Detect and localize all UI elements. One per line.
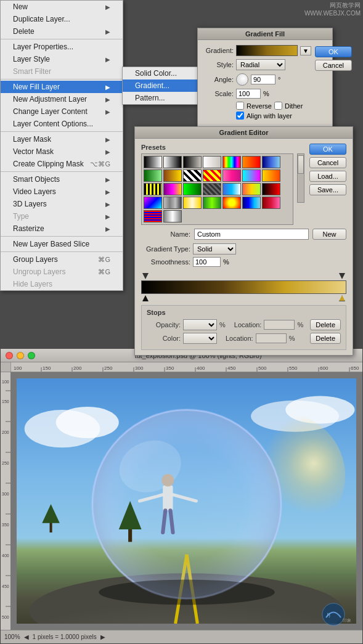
menu-item-3d-layers[interactable]: 3D Layers bbox=[1, 198, 123, 210]
gradient-fill-cancel-button[interactable]: Cancel bbox=[315, 60, 352, 71]
reverse-label: Reverse bbox=[247, 102, 272, 110]
preset-9[interactable] bbox=[163, 169, 182, 182]
menu-item-new-fill[interactable]: New Fill Layer bbox=[1, 81, 123, 93]
preset-3[interactable] bbox=[183, 156, 202, 168]
preset-6[interactable] bbox=[242, 156, 261, 168]
menu-item-layer-style[interactable]: Layer Style bbox=[1, 53, 123, 65]
watermark-line1: 网页教学网 bbox=[304, 1, 361, 10]
color-stop-right[interactable] bbox=[339, 295, 345, 301]
scale-input[interactable] bbox=[236, 89, 261, 99]
presets-label: Presets bbox=[141, 144, 304, 151]
ps-close-button[interactable] bbox=[6, 352, 13, 359]
preset-25[interactable] bbox=[203, 197, 221, 209]
presets-scrollbar[interactable] bbox=[297, 153, 304, 203]
angle-knob[interactable] bbox=[236, 73, 248, 86]
gradient-preview[interactable] bbox=[236, 45, 298, 56]
stops-opacity-location[interactable] bbox=[264, 320, 295, 330]
menu-item-new-slice[interactable]: New Layer Based Slice bbox=[1, 238, 123, 250]
preset-11[interactable] bbox=[203, 169, 221, 182]
stops-color-delete-button[interactable]: Delete bbox=[310, 333, 341, 344]
menu-item-group-layers[interactable]: Group Layers ⌘G bbox=[1, 253, 123, 266]
stops-color-location[interactable] bbox=[256, 333, 287, 343]
style-select[interactable]: Radial Linear Angle Reflected Diamond bbox=[236, 59, 285, 70]
angle-input[interactable] bbox=[251, 75, 275, 84]
menu-item-clipping-mask[interactable]: Create Clipping Mask ⌥⌘G bbox=[1, 158, 123, 170]
ps-canvas-area[interactable] bbox=[10, 372, 362, 630]
stops-color-row: Color: Location: % Delete bbox=[147, 333, 341, 344]
ps-maximize-button[interactable] bbox=[28, 352, 35, 359]
menu-item-new-adj[interactable]: New Adjustment Layer bbox=[1, 93, 123, 105]
svg-text:500: 500 bbox=[2, 615, 9, 619]
preset-26[interactable] bbox=[222, 197, 241, 209]
menu-item-layer-props[interactable]: Layer Properties... bbox=[1, 41, 123, 53]
preset-30[interactable] bbox=[163, 210, 182, 222]
menu-item-video-layers[interactable]: Video Layers bbox=[1, 185, 123, 198]
gradient-bar[interactable] bbox=[141, 280, 346, 294]
ps-zoom: 100% bbox=[4, 634, 20, 640]
preset-7[interactable] bbox=[262, 156, 280, 168]
preset-24[interactable] bbox=[183, 197, 202, 209]
preset-29[interactable] bbox=[144, 210, 162, 222]
reverse-checkbox[interactable] bbox=[236, 102, 244, 110]
gradient-dropdown-icon[interactable]: ▼ bbox=[300, 46, 311, 55]
align-checkbox[interactable] bbox=[236, 112, 244, 120]
menu-item-smart-filter: Smart Filter bbox=[1, 65, 123, 78]
ge-name-input[interactable] bbox=[194, 229, 309, 240]
menu-item-smart-objects[interactable]: Smart Objects bbox=[1, 173, 123, 185]
menu-item-layer-mask[interactable]: Layer Mask bbox=[1, 133, 123, 145]
gradient-editor-ok-button[interactable]: OK bbox=[309, 144, 346, 155]
ps-statusbar-icon-left[interactable]: ◀ bbox=[24, 634, 29, 640]
preset-18[interactable] bbox=[203, 183, 221, 195]
ps-minimize-button[interactable] bbox=[17, 352, 24, 359]
menu-item-change-content[interactable]: Change Layer Content bbox=[1, 105, 123, 118]
scrollbar-thumb bbox=[298, 155, 304, 174]
preset-27[interactable] bbox=[242, 197, 261, 209]
preset-23[interactable] bbox=[163, 197, 182, 209]
svg-text:150: 150 bbox=[2, 399, 9, 404]
preset-12[interactable] bbox=[222, 169, 241, 182]
ge-type-select[interactable]: Solid Noise bbox=[193, 243, 236, 255]
gradient-editor-buttons: OK Cancel Load... Save... bbox=[309, 144, 346, 195]
preset-5[interactable] bbox=[222, 156, 241, 168]
preset-2[interactable] bbox=[163, 156, 182, 168]
ge-smoothness-input[interactable] bbox=[193, 257, 221, 267]
preset-22[interactable] bbox=[144, 197, 162, 209]
menu-item-delete[interactable]: Delete bbox=[1, 25, 123, 38]
svg-line-58 bbox=[163, 510, 165, 532]
preset-1[interactable] bbox=[144, 156, 162, 168]
preset-10[interactable] bbox=[183, 169, 202, 182]
preset-28[interactable] bbox=[262, 197, 280, 209]
preset-4[interactable] bbox=[203, 156, 221, 168]
gradient-editor-load-button[interactable]: Load... bbox=[309, 171, 346, 182]
stops-opacity-delete-button[interactable]: Delete bbox=[310, 319, 341, 330]
gradient-editor-save-button[interactable]: Save... bbox=[309, 184, 346, 195]
preset-8[interactable] bbox=[144, 169, 162, 182]
menu-item-duplicate[interactable]: Duplicate Layer... bbox=[1, 13, 123, 25]
preset-17[interactable] bbox=[183, 183, 202, 195]
stops-color-select[interactable] bbox=[183, 333, 217, 344]
gradient-editor-titlebar: Gradient Editor bbox=[135, 127, 353, 139]
ps-statusbar: 100% ◀ 1 pixels = 1.0000 pixels ▶ bbox=[1, 630, 362, 643]
stops-color-loc-label: Location: bbox=[226, 335, 253, 342]
menu-item-new[interactable]: New bbox=[1, 1, 123, 13]
gradient-editor-cancel-button[interactable]: Cancel bbox=[309, 157, 346, 168]
preset-16[interactable] bbox=[163, 183, 182, 195]
preset-19[interactable] bbox=[222, 183, 241, 195]
dither-checkbox[interactable] bbox=[274, 102, 282, 110]
preset-20[interactable] bbox=[242, 183, 261, 195]
menu-item-content-options[interactable]: Layer Content Options... bbox=[1, 118, 123, 130]
preset-13[interactable] bbox=[242, 169, 261, 182]
color-stop-left[interactable] bbox=[142, 295, 149, 301]
menu-item-vector-mask[interactable]: Vector Mask bbox=[1, 145, 123, 158]
preset-21[interactable] bbox=[262, 183, 280, 195]
opacity-stop-left[interactable] bbox=[142, 273, 149, 279]
preset-14[interactable] bbox=[262, 169, 280, 182]
style-label: Style: bbox=[203, 61, 234, 68]
stops-opacity-select[interactable] bbox=[183, 319, 217, 330]
opacity-stop-right[interactable] bbox=[339, 273, 345, 279]
ge-new-button[interactable]: New bbox=[312, 229, 346, 240]
gradient-fill-ok-button[interactable]: OK bbox=[315, 46, 352, 57]
preset-15[interactable] bbox=[144, 183, 162, 195]
ps-statusbar-icon-right[interactable]: ▶ bbox=[100, 634, 105, 640]
menu-item-rasterize[interactable]: Rasterize bbox=[1, 222, 123, 235]
